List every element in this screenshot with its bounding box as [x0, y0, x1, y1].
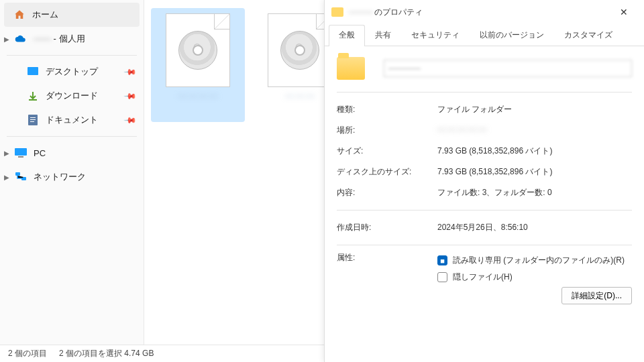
value-created: 2024年5月26日、8:56:10 — [437, 222, 632, 233]
sidebar-separator — [7, 55, 137, 56]
label-size: サイズ: — [337, 145, 437, 157]
sidebar-label-documents: ドキュメント — [46, 114, 98, 126]
sidebar-item-personal[interactable]: ▶ —— - 個人用 — [0, 27, 144, 51]
label-created: 作成日時: — [337, 222, 437, 233]
attributes-section: 属性: ■ 読み取り専用 (フォルダー内のファイルのみ)(R) 隠しファイル(H… — [337, 252, 632, 304]
sidebar-separator — [7, 136, 137, 137]
sidebar-label-pc: PC — [34, 148, 46, 158]
advanced-button[interactable]: 詳細設定(D)... — [561, 287, 632, 304]
close-icon: ✕ — [620, 7, 628, 17]
sidebar-item-documents[interactable]: ドキュメント 📌 — [0, 108, 144, 132]
chevron-right-icon: ▶ — [4, 36, 9, 43]
svg-rect-6 — [18, 156, 23, 158]
svg-rect-2 — [30, 117, 36, 118]
row-size: サイズ: 7.93 GB (8,518,352,896 バイト) — [337, 141, 632, 162]
folder-name-input[interactable] — [384, 60, 632, 77]
sidebar-label-personal: —— - 個人用 — [34, 33, 85, 45]
checkbox-hidden-row[interactable]: 隠しファイル(H) — [437, 269, 632, 286]
folder-icon — [331, 7, 343, 17]
disc-icon — [178, 31, 217, 70]
sidebar-item-home[interactable]: ホーム — [4, 3, 140, 27]
svg-rect-4 — [30, 121, 34, 122]
pc-icon — [15, 147, 27, 159]
pin-icon: 📌 — [123, 89, 138, 103]
file-item[interactable]: — — — — — [151, 8, 245, 122]
download-icon — [27, 90, 39, 102]
sidebar-item-network[interactable]: ▶ ネットワーク — [0, 165, 144, 189]
sidebar-item-pc[interactable]: ▶ PC — [0, 141, 144, 165]
value-contents: ファイル数: 3、フォルダー数: 0 — [437, 187, 632, 198]
sidebar-item-downloads[interactable]: ダウンロード 📌 — [0, 84, 144, 108]
file-name: — — — — — [178, 91, 217, 102]
folder-icon-large — [337, 57, 365, 80]
sidebar-label-network: ネットワーク — [34, 171, 86, 183]
checkbox-readonly[interactable]: ■ — [437, 255, 447, 265]
dialog-titlebar[interactable]: ——— のプロパティ ✕ — [325, 0, 644, 24]
value-type: ファイル フォルダー — [437, 104, 632, 115]
file-thumbnail — [166, 13, 230, 87]
tab-general[interactable]: 全般 — [329, 25, 365, 46]
dialog-body: 種類: ファイル フォルダー 場所: — — — — — サイズ: 7.93 G… — [325, 46, 644, 315]
properties-dialog: ——— のプロパティ ✕ 全般 共有 セキュリティ 以前のバージョン カスタマイ… — [324, 0, 644, 362]
home-icon — [13, 9, 25, 21]
sidebar-label-home: ホーム — [32, 9, 58, 21]
close-button[interactable]: ✕ — [610, 2, 637, 22]
row-size-on-disk: ディスク上のサイズ: 7.93 GB (8,518,352,896 バイト) — [337, 162, 632, 182]
separator — [337, 210, 632, 210]
checkbox-hidden[interactable] — [437, 272, 447, 282]
value-size-on-disk: 7.93 GB (8,518,352,896 バイト) — [437, 166, 632, 178]
desktop-icon — [27, 66, 39, 78]
label-size-on-disk: ディスク上のサイズ: — [337, 166, 437, 178]
tab-sharing[interactable]: 共有 — [365, 25, 401, 46]
document-icon — [27, 114, 39, 126]
value-size: 7.93 GB (8,518,352,896 バイト) — [437, 145, 632, 157]
status-selection: 2 個の項目を選択 4.74 GB — [59, 348, 154, 359]
label-contents: 内容: — [337, 187, 437, 198]
checkbox-readonly-row[interactable]: ■ 読み取り専用 (フォルダー内のファイルのみ)(R) — [437, 252, 632, 269]
label-type: 種類: — [337, 104, 437, 115]
svg-rect-5 — [15, 148, 27, 156]
value-location: — — — — — — [437, 125, 632, 136]
dialog-title-name: ——— — [349, 7, 373, 17]
row-contents: 内容: ファイル数: 3、フォルダー数: 0 — [337, 182, 632, 203]
svg-rect-7 — [15, 172, 20, 176]
pin-icon: 📌 — [123, 113, 138, 127]
tab-previous-versions[interactable]: 以前のバージョン — [470, 25, 554, 46]
network-icon — [15, 171, 27, 183]
sidebar-item-desktop[interactable]: デスクトップ 📌 — [0, 60, 144, 84]
dialog-title-suffix: のプロパティ — [374, 7, 423, 18]
cloud-icon — [15, 33, 27, 45]
separator — [337, 245, 632, 245]
chevron-right-icon: ▶ — [4, 149, 9, 157]
svg-rect-0 — [28, 67, 38, 75]
checkbox-readonly-label: 読み取り専用 (フォルダー内のファイルのみ)(R) — [453, 255, 625, 266]
label-attributes: 属性: — [337, 252, 437, 304]
disc-icon — [280, 31, 319, 70]
sidebar-label-downloads: ダウンロード — [46, 90, 98, 102]
sidebar: ホーム ▶ —— - 個人用 デスクトップ 📌 ダウンロード 📌 ドキュメント — [0, 0, 144, 345]
row-created: 作成日時: 2024年5月26日、8:56:10 — [337, 217, 632, 238]
svg-rect-3 — [30, 119, 36, 120]
name-row — [337, 57, 632, 80]
file-thumbnail — [268, 13, 332, 87]
row-type: 種類: ファイル フォルダー — [337, 99, 632, 120]
chevron-right-icon: ▶ — [4, 174, 9, 181]
checkbox-hidden-label: 隠しファイル(H) — [453, 272, 513, 283]
tab-customize[interactable]: カスタマイズ — [554, 25, 623, 46]
file-name: — — — — [286, 91, 315, 102]
tab-strip: 全般 共有 セキュリティ 以前のバージョン カスタマイズ — [325, 24, 644, 46]
tab-security[interactable]: セキュリティ — [401, 25, 470, 46]
status-item-count: 2 個の項目 — [8, 348, 47, 359]
label-location: 場所: — [337, 125, 437, 136]
row-location: 場所: — — — — — — [337, 120, 632, 141]
sidebar-label-desktop: デスクトップ — [46, 66, 98, 78]
pin-icon: 📌 — [123, 65, 138, 79]
separator — [337, 92, 632, 93]
